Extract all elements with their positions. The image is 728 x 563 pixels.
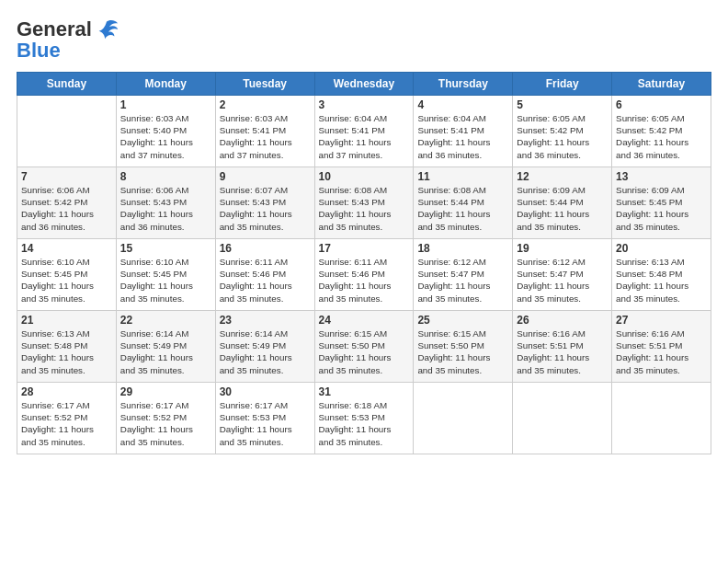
day-number: 22	[120, 314, 211, 327]
column-header-tuesday: Tuesday	[215, 73, 314, 96]
day-info: Sunrise: 6:13 AMSunset: 5:48 PMDaylight:…	[21, 327, 112, 376]
day-info: Sunrise: 6:15 AMSunset: 5:50 PMDaylight:…	[417, 327, 508, 376]
day-info: Sunrise: 6:11 AMSunset: 5:46 PMDaylight:…	[319, 256, 410, 304]
day-info: Sunrise: 6:17 AMSunset: 5:52 PMDaylight:…	[120, 399, 211, 448]
day-info: Sunrise: 6:05 AMSunset: 5:42 PMDaylight:…	[616, 112, 707, 161]
day-info: Sunrise: 6:10 AMSunset: 5:45 PMDaylight:…	[21, 256, 112, 304]
logo: General Blue	[17, 17, 119, 63]
day-info: Sunrise: 6:16 AMSunset: 5:51 PMDaylight:…	[517, 327, 608, 376]
calendar-cell: 21Sunrise: 6:13 AMSunset: 5:48 PMDayligh…	[17, 311, 117, 383]
calendar-cell: 29Sunrise: 6:17 AMSunset: 5:52 PMDayligh…	[116, 383, 215, 454]
calendar-cell: 22Sunrise: 6:14 AMSunset: 5:49 PMDayligh…	[116, 311, 215, 383]
day-number: 9	[220, 170, 311, 183]
day-info: Sunrise: 6:03 AMSunset: 5:41 PMDaylight:…	[220, 112, 311, 161]
calendar-cell: 3Sunrise: 6:04 AMSunset: 5:41 PMDaylight…	[314, 96, 414, 167]
day-number: 29	[120, 385, 211, 398]
calendar-cell: 5Sunrise: 6:05 AMSunset: 5:42 PMDaylight…	[513, 96, 612, 167]
day-number: 1	[120, 98, 211, 111]
calendar-cell: 30Sunrise: 6:17 AMSunset: 5:53 PMDayligh…	[215, 383, 314, 454]
day-info: Sunrise: 6:12 AMSunset: 5:47 PMDaylight:…	[417, 256, 508, 304]
day-number: 4	[417, 98, 508, 111]
calendar-cell	[17, 96, 117, 167]
day-info: Sunrise: 6:08 AMSunset: 5:44 PMDaylight:…	[417, 184, 508, 233]
day-number: 19	[517, 242, 608, 255]
column-header-saturday: Saturday	[612, 73, 711, 96]
calendar-cell	[612, 383, 711, 454]
day-number: 20	[616, 242, 707, 255]
calendar-cell: 31Sunrise: 6:18 AMSunset: 5:53 PMDayligh…	[314, 383, 414, 454]
day-number: 7	[21, 170, 112, 183]
day-number: 5	[517, 98, 608, 111]
day-number: 15	[120, 242, 211, 255]
day-number: 31	[319, 385, 410, 398]
calendar-cell: 13Sunrise: 6:09 AMSunset: 5:45 PMDayligh…	[612, 167, 711, 239]
day-number: 23	[220, 314, 311, 327]
day-number: 30	[220, 385, 311, 398]
calendar-table: SundayMondayTuesdayWednesdayThursdayFrid…	[17, 72, 711, 454]
calendar-cell	[513, 383, 612, 454]
day-info: Sunrise: 6:17 AMSunset: 5:52 PMDaylight:…	[21, 399, 112, 448]
day-info: Sunrise: 6:14 AMSunset: 5:49 PMDaylight:…	[220, 327, 311, 376]
calendar-cell: 24Sunrise: 6:15 AMSunset: 5:50 PMDayligh…	[314, 311, 414, 383]
day-info: Sunrise: 6:04 AMSunset: 5:41 PMDaylight:…	[319, 112, 410, 161]
calendar-cell: 11Sunrise: 6:08 AMSunset: 5:44 PMDayligh…	[414, 167, 513, 239]
day-info: Sunrise: 6:13 AMSunset: 5:48 PMDaylight:…	[616, 256, 707, 304]
calendar-cell: 16Sunrise: 6:11 AMSunset: 5:46 PMDayligh…	[215, 239, 314, 311]
day-number: 25	[417, 314, 508, 327]
calendar-week-5: 28Sunrise: 6:17 AMSunset: 5:52 PMDayligh…	[17, 383, 711, 454]
day-info: Sunrise: 6:09 AMSunset: 5:44 PMDaylight:…	[517, 184, 608, 233]
calendar-cell: 9Sunrise: 6:07 AMSunset: 5:43 PMDaylight…	[215, 167, 314, 239]
day-info: Sunrise: 6:11 AMSunset: 5:46 PMDaylight:…	[220, 256, 311, 304]
day-number: 13	[616, 170, 707, 183]
column-header-sunday: Sunday	[17, 73, 117, 96]
calendar-week-1: 1Sunrise: 6:03 AMSunset: 5:40 PMDaylight…	[17, 96, 711, 167]
day-number: 26	[517, 314, 608, 327]
logo-bird-icon	[94, 17, 119, 42]
calendar-week-4: 21Sunrise: 6:13 AMSunset: 5:48 PMDayligh…	[17, 311, 711, 383]
calendar-cell: 15Sunrise: 6:10 AMSunset: 5:45 PMDayligh…	[116, 239, 215, 311]
day-info: Sunrise: 6:05 AMSunset: 5:42 PMDaylight:…	[517, 112, 608, 161]
column-header-thursday: Thursday	[414, 73, 513, 96]
calendar-cell: 12Sunrise: 6:09 AMSunset: 5:44 PMDayligh…	[513, 167, 612, 239]
day-info: Sunrise: 6:03 AMSunset: 5:40 PMDaylight:…	[120, 112, 211, 161]
calendar-cell: 10Sunrise: 6:08 AMSunset: 5:43 PMDayligh…	[314, 167, 414, 239]
calendar-cell: 14Sunrise: 6:10 AMSunset: 5:45 PMDayligh…	[17, 239, 117, 311]
day-number: 17	[319, 242, 410, 255]
calendar-week-3: 14Sunrise: 6:10 AMSunset: 5:45 PMDayligh…	[17, 239, 711, 311]
calendar-container: General Blue SundayMondayTuesdayWednesda…	[0, 0, 728, 563]
calendar-week-2: 7Sunrise: 6:06 AMSunset: 5:42 PMDaylight…	[17, 167, 711, 239]
day-number: 8	[120, 170, 211, 183]
day-info: Sunrise: 6:18 AMSunset: 5:53 PMDaylight:…	[319, 399, 410, 448]
day-number: 21	[21, 314, 112, 327]
day-number: 2	[220, 98, 311, 111]
calendar-header-row: SundayMondayTuesdayWednesdayThursdayFrid…	[17, 73, 711, 96]
calendar-cell: 27Sunrise: 6:16 AMSunset: 5:51 PMDayligh…	[612, 311, 711, 383]
day-number: 10	[319, 170, 410, 183]
day-info: Sunrise: 6:10 AMSunset: 5:45 PMDaylight:…	[120, 256, 211, 304]
calendar-cell: 7Sunrise: 6:06 AMSunset: 5:42 PMDaylight…	[17, 167, 117, 239]
day-info: Sunrise: 6:07 AMSunset: 5:43 PMDaylight:…	[220, 184, 311, 233]
day-number: 18	[417, 242, 508, 255]
calendar-cell: 8Sunrise: 6:06 AMSunset: 5:43 PMDaylight…	[116, 167, 215, 239]
day-info: Sunrise: 6:12 AMSunset: 5:47 PMDaylight:…	[517, 256, 608, 304]
day-number: 28	[21, 385, 112, 398]
day-number: 3	[319, 98, 410, 111]
calendar-cell: 20Sunrise: 6:13 AMSunset: 5:48 PMDayligh…	[612, 239, 711, 311]
day-info: Sunrise: 6:15 AMSunset: 5:50 PMDaylight:…	[319, 327, 410, 376]
day-info: Sunrise: 6:16 AMSunset: 5:51 PMDaylight:…	[616, 327, 707, 376]
calendar-cell: 1Sunrise: 6:03 AMSunset: 5:40 PMDaylight…	[116, 96, 215, 167]
day-info: Sunrise: 6:09 AMSunset: 5:45 PMDaylight:…	[616, 184, 707, 233]
day-number: 24	[319, 314, 410, 327]
day-number: 6	[616, 98, 707, 111]
header: General Blue	[17, 17, 711, 63]
calendar-cell: 28Sunrise: 6:17 AMSunset: 5:52 PMDayligh…	[17, 383, 117, 454]
column-header-friday: Friday	[513, 73, 612, 96]
calendar-cell: 25Sunrise: 6:15 AMSunset: 5:50 PMDayligh…	[414, 311, 513, 383]
day-info: Sunrise: 6:14 AMSunset: 5:49 PMDaylight:…	[120, 327, 211, 376]
day-number: 14	[21, 242, 112, 255]
calendar-cell: 19Sunrise: 6:12 AMSunset: 5:47 PMDayligh…	[513, 239, 612, 311]
calendar-cell: 4Sunrise: 6:04 AMSunset: 5:41 PMDaylight…	[414, 96, 513, 167]
day-number: 12	[517, 170, 608, 183]
day-number: 11	[417, 170, 508, 183]
calendar-cell: 6Sunrise: 6:05 AMSunset: 5:42 PMDaylight…	[612, 96, 711, 167]
